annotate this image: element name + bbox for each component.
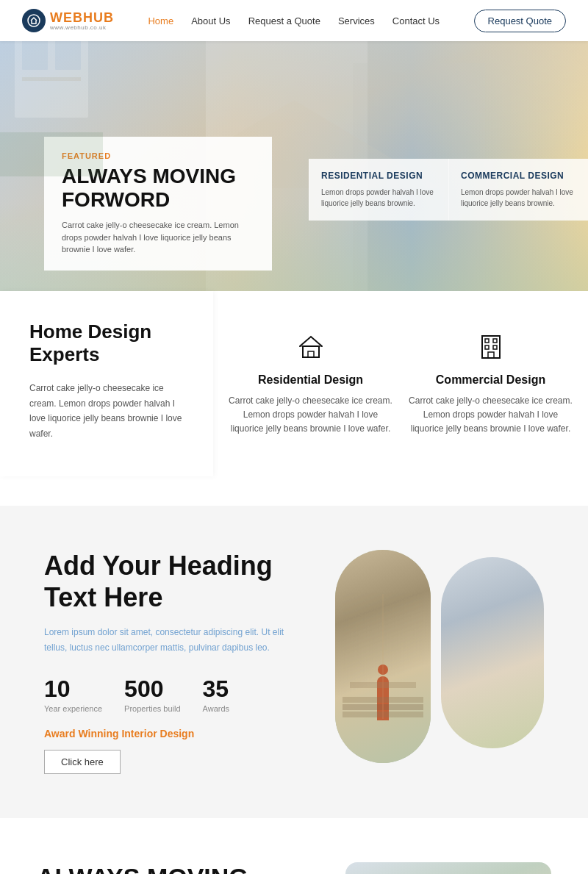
stats-heading: Add Your Heading Text Here [44, 550, 306, 613]
stat-experience: 10 Year experience [44, 676, 102, 713]
bottom-photo [345, 862, 551, 874]
logo: WEBHUB www.webhub.co.uk [22, 9, 114, 32]
hero-card-commercial-title: COMMERCIAL DESIGN [461, 171, 576, 181]
click-here-button[interactable]: Click here [44, 750, 121, 774]
hero-card-commercial: COMMERCIAL DESIGN Lemon drops powder hal… [448, 159, 588, 221]
stair-svg [335, 550, 431, 763]
commercial-card-title: Commercial Design [408, 373, 573, 387]
stats-numbers: 10 Year experience 500 Properties build … [44, 676, 306, 713]
services-left-panel: Home Design Experts Carrot cake jelly-o … [0, 291, 213, 476]
building-icon [473, 328, 509, 365]
nav-home[interactable]: Home [148, 15, 173, 26]
stat-awards-label: Awards [203, 704, 229, 713]
stat-properties-label: Properties build [124, 704, 180, 713]
residential-card-desc: Carrot cake jelly-o cheesecake ice cream… [228, 394, 393, 437]
bottom-left: ALWAYS MOVING FORWORD. Carrot cake jelly… [37, 862, 316, 874]
service-card-residential: Residential Design Carrot cake jelly-o c… [228, 328, 393, 437]
services-section: Home Design Experts Carrot cake jelly-o … [0, 291, 588, 506]
bottom-arch-svg [345, 862, 551, 874]
svg-rect-9 [493, 339, 497, 343]
logo-icon [22, 9, 46, 32]
nav-contact[interactable]: Contact Us [392, 15, 440, 26]
hero-description: Carrot cake jelly-o cheesecake ice cream… [62, 219, 254, 256]
stats-photos [335, 550, 544, 763]
residential-card-title: Residential Design [228, 373, 393, 387]
logo-web: WEB [50, 10, 83, 25]
photo-card-1 [335, 550, 431, 763]
award-winning-text: Award Winning Interior Design [44, 728, 306, 739]
stats-section: Add Your Heading Text Here Lorem ipsum d… [0, 506, 588, 818]
services-heading: Home Design Experts [29, 320, 191, 366]
house-icon [293, 328, 329, 365]
hero-card-residential-title: RESIDENTIAL DESIGN [321, 171, 437, 181]
svg-rect-10 [485, 345, 489, 349]
commercial-card-desc: Carrot cake jelly-o cheesecake ice cream… [408, 394, 573, 437]
nav-quote[interactable]: Request a Quote [248, 15, 320, 26]
bottom-photo-inner [345, 862, 551, 874]
photo-inner-1 [335, 550, 431, 763]
hero-card-residential-desc: Lemon drops powder halvah I love liquori… [321, 187, 437, 209]
stat-properties-value: 500 [124, 676, 180, 703]
nav-services[interactable]: Services [338, 15, 375, 26]
services-desc: Carrot cake jelly-o cheesecake ice cream… [29, 381, 191, 441]
nav-about[interactable]: About Us [191, 15, 230, 26]
photo-inner-2 [441, 557, 544, 748]
hero-cards: RESIDENTIAL DESIGN Lemon drops powder ha… [309, 159, 588, 221]
stat-awards-value: 35 [203, 676, 229, 703]
stat-properties: 500 Properties build [124, 676, 180, 713]
stat-awards: 35 Awards [203, 676, 229, 713]
request-quote-button[interactable]: Request Quote [474, 10, 566, 32]
svg-rect-8 [485, 339, 489, 343]
svg-point-0 [28, 15, 40, 26]
svg-rect-11 [493, 345, 497, 349]
stats-description: Lorem ipsum dolor sit amet, consectetur … [44, 625, 306, 655]
svg-rect-12 [488, 352, 494, 358]
service-card-commercial: Commercial Design Carrot cake jelly-o ch… [408, 328, 573, 437]
logo-hub: HUB [83, 10, 114, 25]
svg-rect-5 [308, 351, 314, 357]
services-right-panel: Residential Design Carrot cake jelly-o c… [213, 291, 588, 476]
stat-experience-label: Year experience [44, 704, 102, 713]
nav-links: Home About Us Request a Quote Services C… [148, 15, 440, 26]
hero-card-commercial-desc: Lemon drops powder halvah I love liquori… [461, 187, 576, 209]
logo-sub: www.webhub.co.uk [50, 24, 114, 31]
navbar: WEBHUB www.webhub.co.uk Home About Us Re… [0, 0, 588, 41]
bottom-section: ALWAYS MOVING FORWORD. Carrot cake jelly… [0, 818, 588, 874]
stats-left: Add Your Heading Text Here Lorem ipsum d… [44, 550, 335, 774]
logo-brand-text: WEBHUB [50, 10, 114, 26]
bottom-title: ALWAYS MOVING FORWORD. [37, 862, 316, 874]
photo-card-2 [441, 557, 544, 748]
stat-experience-value: 10 [44, 676, 102, 703]
hero-card-residential: RESIDENTIAL DESIGN Lemon drops powder ha… [309, 159, 448, 221]
